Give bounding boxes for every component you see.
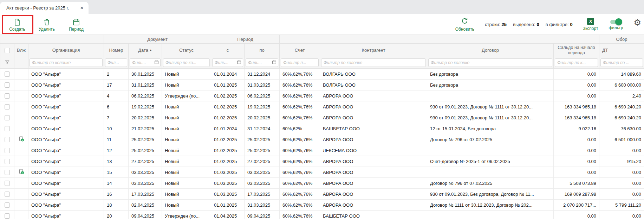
cell-contract: 930 от 09.01.2023, Договор № 1111 от 30.… — [427, 101, 554, 112]
cell-status: Новый — [162, 112, 211, 123]
contract-filter-input[interactable] — [428, 58, 552, 67]
table-row[interactable]: ООО "Альфа" 14 03.03.2025 Новый 01.03.20… — [0, 178, 644, 189]
row-checkbox-cell — [0, 156, 14, 167]
row-checkbox[interactable] — [5, 159, 10, 164]
cell-counterparty: АВРОРА ООО — [320, 90, 427, 101]
cell-balance: 0.00 — [554, 145, 599, 156]
cell-dt: 6 501 000.00 — [599, 134, 644, 145]
table-row[interactable]: ООО "Альфа" 15 03.03.2025 Новый 01.03.20… — [0, 167, 644, 178]
filter-cell-to — [245, 57, 280, 69]
cell-balance: 0.00 — [554, 211, 599, 219]
cell-number: 15 — [104, 167, 129, 178]
account-filter-input[interactable] — [281, 58, 319, 67]
row-checkbox[interactable] — [5, 202, 10, 208]
status-filter-input[interactable] — [163, 58, 210, 67]
cell-organization: ООО "Альфа" — [28, 69, 104, 80]
cell-period-from: 01.04.2025 — [211, 211, 245, 219]
header-organization[interactable]: Организация — [28, 44, 104, 57]
tab-akt-sverki[interactable]: Акт сверки - Реестр за 2025 г. × — [0, 2, 89, 14]
table-row[interactable]: ООО "Альфа" 20 09.04.2025 Утвержден (по.… — [0, 211, 644, 219]
cell-period-from: 01.01.2024 — [211, 123, 245, 134]
cell-account: 60%,62%,76% — [280, 69, 320, 80]
header-date[interactable]: Дата▲ — [129, 44, 162, 57]
row-checkbox[interactable] — [5, 82, 10, 88]
settings-gear-icon[interactable]: ⚙ — [633, 18, 641, 30]
dt-filter-input[interactable] — [600, 58, 643, 67]
row-checkbox[interactable] — [5, 192, 10, 197]
header-period-from[interactable]: с — [211, 44, 245, 57]
refresh-button[interactable]: Обновить — [455, 17, 474, 32]
row-checkbox[interactable] — [5, 170, 10, 175]
row-checkbox[interactable] — [5, 137, 10, 142]
table-row[interactable]: ООО "Альфа" 18 02.04.2025 Новый 01.01.20… — [0, 200, 644, 211]
export-excel-button[interactable]: X экспорт — [583, 18, 598, 31]
table-row[interactable]: ООО "Альфа" 4 06.02.2025 Утвержден (по..… — [0, 90, 644, 101]
cell-contract: 930 от 09.01.2023, Договор № 1111 от 30.… — [427, 112, 554, 123]
cell-status: Новый — [162, 145, 211, 156]
create-button-label: Создать — [9, 27, 25, 32]
row-checkbox-cell — [0, 112, 14, 123]
period-button[interactable]: Период — [63, 17, 89, 32]
cell-balance: 0.00 — [554, 156, 599, 167]
number-filter-input[interactable] — [105, 58, 127, 67]
filter-toggle[interactable] — [610, 20, 622, 24]
table-row[interactable]: ООО "Альфа" 6 19.02.2025 Новый 01.02.202… — [0, 101, 644, 112]
header-period-to[interactable]: по — [245, 44, 280, 57]
table-row[interactable]: ООО "Альфа" 2 30.01.2025 Новый 01.01.202… — [0, 69, 644, 80]
cell-contract — [427, 167, 554, 178]
header-account[interactable]: Счет — [280, 44, 320, 57]
row-attachment-cell — [14, 178, 28, 189]
row-checkbox[interactable] — [5, 213, 10, 219]
table-row[interactable]: ООО "Альфа" 13 27.02.2025 Новый 01.02.20… — [0, 156, 644, 167]
cell-period-to: 03.03.2025 — [245, 167, 280, 178]
row-checkbox[interactable] — [5, 148, 10, 153]
cell-period-to: 31.03.2025 — [245, 200, 280, 211]
header-counterparty[interactable]: Контрагент — [320, 44, 427, 57]
row-checkbox[interactable] — [5, 115, 10, 120]
filter-funnel-icon[interactable] — [5, 60, 9, 65]
delete-button[interactable]: Удалить — [34, 17, 60, 32]
counterparty-filter-input[interactable] — [321, 58, 426, 67]
table-row[interactable]: ООО "Альфа" 16 17.03.2025 Новый 01.03.20… — [0, 189, 644, 200]
header-contract[interactable]: Договор — [427, 44, 554, 57]
balance-filter-input[interactable] — [555, 58, 598, 67]
select-all-checkbox[interactable] — [5, 48, 10, 53]
sort-asc-icon: ▲ — [149, 49, 152, 52]
cell-period-to: 31.12.2024 — [245, 123, 280, 134]
cell-balance: 5 508 073.89 — [554, 178, 599, 189]
cell-dt: 0.00 — [599, 189, 644, 200]
cell-contract: Без договора — [427, 80, 554, 90]
table-row[interactable]: ООО "Альфа" 17 31.01.2025 Новый 01.01.20… — [0, 80, 644, 90]
group-header-row: Документ Период Обор — [0, 35, 644, 44]
table-row[interactable]: ООО "Альфа" 7 20.02.2025 Новый 01.02.202… — [0, 112, 644, 123]
header-status[interactable]: Статус — [162, 44, 211, 57]
period-button-label: Период — [69, 27, 84, 32]
tab-close-icon[interactable]: × — [80, 5, 84, 11]
from-filter-input[interactable] — [212, 58, 243, 67]
cell-account: 60%,62% — [280, 123, 320, 134]
date-filter-input[interactable] — [130, 58, 161, 67]
create-button[interactable]: Создать — [4, 17, 30, 32]
cell-status: Новый — [162, 167, 211, 178]
table-row[interactable]: ООО "Альфа" 10 21.02.2025 Новый 01.01.20… — [0, 123, 644, 134]
filter-toggle-label: фильтр — [609, 25, 623, 30]
row-checkbox-cell — [0, 211, 14, 219]
row-checkbox[interactable] — [5, 126, 10, 131]
row-checkbox[interactable] — [5, 93, 10, 99]
organization-filter-input[interactable] — [30, 58, 103, 67]
to-filter-input[interactable] — [246, 58, 278, 67]
row-checkbox[interactable] — [5, 181, 10, 186]
row-attachment-cell — [14, 145, 28, 156]
row-checkbox[interactable] — [5, 104, 10, 110]
table-row[interactable]: ООО "Альфа" 11 25.02.2025 Новый 01.02.20… — [0, 134, 644, 145]
header-dt[interactable]: ДТ — [599, 44, 644, 57]
header-attach[interactable]: Влж — [14, 44, 28, 57]
header-number[interactable]: Номер — [104, 44, 129, 57]
trash-icon — [43, 18, 51, 26]
cell-status: Утвержден (по... — [162, 90, 211, 101]
row-checkbox[interactable] — [5, 71, 10, 77]
table-row[interactable]: ООО "Альфа" 12 25.02.2025 Новый 01.02.20… — [0, 145, 644, 156]
header-balance[interactable]: Сальдо на начало периода — [554, 44, 599, 57]
row-attachment-cell — [14, 112, 28, 123]
row-checkbox-cell — [0, 178, 14, 189]
